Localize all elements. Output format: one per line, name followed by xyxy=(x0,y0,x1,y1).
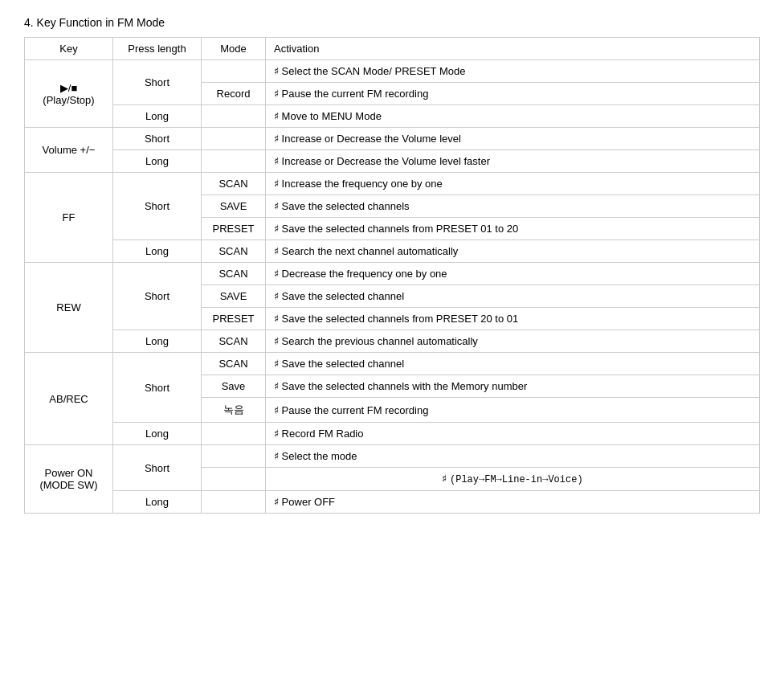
mode-cell: SAVE xyxy=(202,285,266,308)
table-row: Long♯ Move to MENU Mode xyxy=(25,105,760,128)
mode-cell xyxy=(202,468,266,491)
activation-cell: ♯ Save the selected channels from PRESET… xyxy=(266,218,760,240)
table-row: Long♯ Increase or Decrease the Volume le… xyxy=(25,150,760,173)
activation-cell: ♯ Select the SCAN Mode/ PRESET Mode xyxy=(266,60,760,83)
press-cell: Short xyxy=(113,60,202,105)
key-cell: AB/REC xyxy=(25,353,113,445)
table-row: LongSCAN♯ Search the next channel automa… xyxy=(25,240,760,263)
mode-cell xyxy=(202,491,266,514)
activation-cell: ♯ Move to MENU Mode xyxy=(266,105,760,128)
mode-cell: 녹음 xyxy=(202,398,266,423)
activation-cell: ♯ Save the selected channels from PRESET… xyxy=(266,308,760,330)
press-cell: Long xyxy=(113,330,202,353)
header-key: Key xyxy=(25,38,113,60)
activation-cell: ♯ Pause the current FM recording xyxy=(266,398,760,423)
press-cell: Short xyxy=(113,128,202,150)
table-row: AB/RECShortSCAN♯ Save the selected chann… xyxy=(25,353,760,375)
activation-cell: ♯ Search the previous channel automatica… xyxy=(266,330,760,353)
mode-cell xyxy=(202,60,266,83)
table-row: ▶/■(Play/Stop)Short♯ Select the SCAN Mod… xyxy=(25,60,760,83)
key-cell: REW xyxy=(25,263,113,353)
table-row: Power ON(MODE SW)Short♯ Select the mode xyxy=(25,445,760,468)
activation-cell: ♯ Save the selected channel xyxy=(266,285,760,308)
fm-mode-table: Key Press length Mode Activation ▶/■(Pla… xyxy=(24,37,760,514)
activation-cell: ♯ Save the selected channel xyxy=(266,353,760,375)
activation-cell: ♯ Save the selected channels xyxy=(266,195,760,218)
press-cell: Long xyxy=(113,240,202,263)
header-mode: Mode xyxy=(202,38,266,60)
mode-cell: SCAN xyxy=(202,353,266,375)
key-cell: Power ON(MODE SW) xyxy=(25,445,113,514)
activation-cell: ♯ Power OFF xyxy=(266,491,760,514)
press-cell: Short xyxy=(113,445,202,491)
table-header-row: Key Press length Mode Activation xyxy=(25,38,760,60)
mode-cell xyxy=(202,423,266,445)
mode-cell xyxy=(202,150,266,173)
table-row: REWShortSCAN♯ Decrease the frequency one… xyxy=(25,263,760,285)
mode-cell xyxy=(202,105,266,128)
activation-cell: ♯ Pause the current FM recording xyxy=(266,83,760,105)
activation-cell: ♯ (Play→FM→Line-in→Voice) xyxy=(266,468,760,491)
press-cell: Short xyxy=(113,353,202,423)
activation-cell: ♯ Increase or Decrease the Volume level … xyxy=(266,150,760,173)
mode-cell xyxy=(202,445,266,468)
table-row: Long♯ Record FM Radio xyxy=(25,423,760,445)
activation-cell: ♯ Increase or Decrease the Volume level xyxy=(266,128,760,150)
mode-cell: SCAN xyxy=(202,173,266,195)
mode-cell: SCAN xyxy=(202,240,266,263)
press-cell: Long xyxy=(113,423,202,445)
activation-cell: ♯ Select the mode xyxy=(266,445,760,468)
mode-cell: SCAN xyxy=(202,263,266,285)
press-cell: Short xyxy=(113,263,202,330)
table-row: Long♯ Power OFF xyxy=(25,491,760,514)
activation-cell: ♯ Increase the frequency one by one xyxy=(266,173,760,195)
activation-cell: ♯ Record FM Radio xyxy=(266,423,760,445)
mode-cell: PRESET xyxy=(202,308,266,330)
mode-cell: Record xyxy=(202,83,266,105)
header-activation: Activation xyxy=(266,38,760,60)
press-cell: Long xyxy=(113,105,202,128)
key-cell: ▶/■(Play/Stop) xyxy=(25,60,113,128)
mode-cell xyxy=(202,128,266,150)
header-press: Press length xyxy=(113,38,202,60)
mode-cell: Save xyxy=(202,375,266,398)
table-row: Volume +/−Short♯ Increase or Decrease th… xyxy=(25,128,760,150)
key-cell: FF xyxy=(25,173,113,263)
key-cell: Volume +/− xyxy=(25,128,113,173)
table-row: LongSCAN♯ Search the previous channel au… xyxy=(25,330,760,353)
activation-cell: ♯ Save the selected channels with the Me… xyxy=(266,375,760,398)
mode-cell: SAVE xyxy=(202,195,266,218)
table-row: FFShortSCAN♯ Increase the frequency one … xyxy=(25,173,760,195)
press-cell: Long xyxy=(113,491,202,514)
press-cell: Short xyxy=(113,173,202,240)
section-title: 4. Key Function in FM Mode xyxy=(24,16,760,29)
activation-cell: ♯ Search the next channel automatically xyxy=(266,240,760,263)
activation-cell: ♯ Decrease the frequency one by one xyxy=(266,263,760,285)
mode-cell: SCAN xyxy=(202,330,266,353)
press-cell: Long xyxy=(113,150,202,173)
mode-cell: PRESET xyxy=(202,218,266,240)
